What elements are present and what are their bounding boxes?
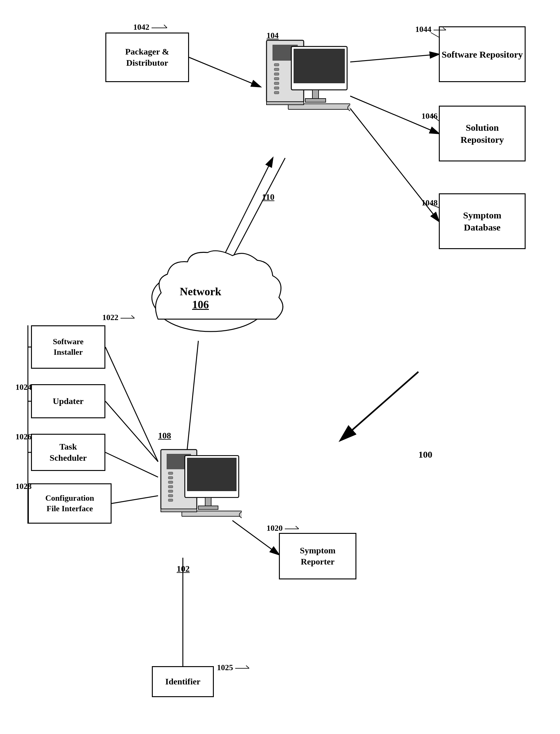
software-repository-label: Software Repository xyxy=(442,48,523,60)
packager-distributor-label: Packager &Distributor xyxy=(125,46,169,69)
identifier-label: Identifier xyxy=(165,676,201,687)
server-bottom-computer xyxy=(152,446,242,564)
svg-rect-34 xyxy=(294,49,345,83)
ref-104: 104 xyxy=(267,31,279,40)
ref-1020: 1020 xyxy=(267,524,302,534)
svg-line-71 xyxy=(131,316,134,318)
svg-rect-30 xyxy=(274,82,279,85)
svg-line-75 xyxy=(246,665,249,668)
svg-rect-50 xyxy=(187,458,236,491)
svg-rect-47 xyxy=(168,494,173,497)
svg-rect-44 xyxy=(168,481,173,484)
ref-1024: 1024 xyxy=(15,382,32,392)
symptom-reporter-label: SymptomReporter xyxy=(300,545,335,568)
ref-108: 108 xyxy=(158,431,171,440)
server-top-computer xyxy=(257,37,350,155)
ref-1025: 1025 xyxy=(217,663,252,674)
svg-rect-45 xyxy=(168,485,173,488)
task-scheduler-box: TaskScheduler xyxy=(31,434,105,471)
diagram-container: Software Repository SolutionRepository S… xyxy=(0,0,560,734)
svg-rect-51 xyxy=(205,497,211,506)
software-repository-box: Software Repository xyxy=(439,26,526,82)
svg-rect-48 xyxy=(168,499,173,502)
config-file-interface-label: ConfigurationFile Interface xyxy=(45,493,94,514)
ref-1026: 1026 xyxy=(15,432,32,441)
svg-line-15 xyxy=(341,372,418,440)
software-installer-box: SoftwareInstaller xyxy=(31,325,105,369)
svg-line-7 xyxy=(186,341,198,462)
svg-line-5 xyxy=(189,57,260,87)
software-installer-label: SoftwareInstaller xyxy=(53,337,83,358)
svg-rect-42 xyxy=(168,472,173,475)
symptom-database-label: SymptomDatabase xyxy=(463,209,501,233)
svg-rect-52 xyxy=(198,506,218,510)
ref-1048: 1048 xyxy=(421,198,438,208)
task-scheduler-label: TaskScheduler xyxy=(50,441,87,464)
symptom-reporter-box: SymptomReporter xyxy=(279,533,356,579)
ref-102: 102 xyxy=(177,564,190,574)
svg-line-10 xyxy=(105,347,158,462)
network-label: Network 106 xyxy=(180,285,221,311)
svg-rect-43 xyxy=(168,476,173,479)
svg-rect-26 xyxy=(274,64,279,66)
updater-label: Updater xyxy=(53,396,84,407)
solution-repository-label: SolutionRepository xyxy=(461,122,504,146)
config-file-interface-box: ConfigurationFile Interface xyxy=(28,483,112,524)
ref-1042: 1042 xyxy=(133,22,170,34)
ref-1022: 1022 xyxy=(102,313,138,324)
ref-1046: 1046 xyxy=(421,112,438,121)
svg-rect-46 xyxy=(168,490,173,493)
svg-line-11 xyxy=(105,401,158,462)
svg-rect-28 xyxy=(274,73,279,75)
svg-line-73 xyxy=(296,526,299,529)
svg-rect-31 xyxy=(274,87,279,89)
updater-box: Updater xyxy=(31,384,105,418)
ref-1044: 1044 xyxy=(415,25,449,35)
svg-line-67 xyxy=(164,25,167,28)
solution-repository-box: SolutionRepository xyxy=(439,106,526,161)
svg-line-69 xyxy=(443,28,446,30)
ref-110: 110 xyxy=(262,192,274,202)
svg-rect-29 xyxy=(274,77,279,80)
svg-line-12 xyxy=(105,452,158,477)
svg-rect-54 xyxy=(161,509,197,512)
svg-rect-27 xyxy=(274,68,279,71)
svg-rect-36 xyxy=(305,99,326,102)
symptom-database-box: SymptomDatabase xyxy=(439,193,526,249)
svg-rect-32 xyxy=(274,91,279,94)
svg-rect-35 xyxy=(312,90,319,99)
ref-100: 100 xyxy=(418,449,432,460)
ref-1028: 1028 xyxy=(15,482,32,491)
svg-rect-38 xyxy=(267,102,304,105)
identifier-box: Identifier xyxy=(152,666,214,697)
svg-line-13 xyxy=(112,496,158,503)
packager-distributor-box: Packager &Distributor xyxy=(105,33,189,82)
svg-line-2 xyxy=(350,54,439,62)
